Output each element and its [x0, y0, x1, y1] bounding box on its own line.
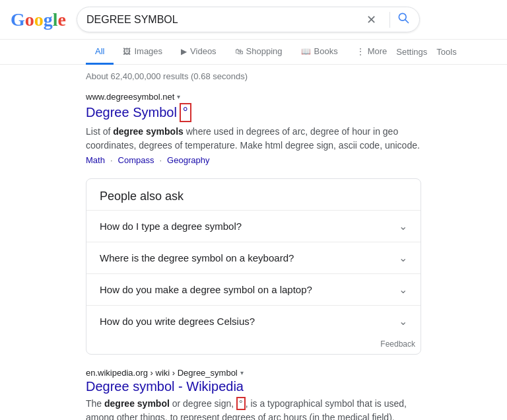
result-breadcrumbs-1: Math · Compass · Geography — [86, 155, 421, 165]
tab-more[interactable]: ⋮ More — [347, 40, 397, 65]
more-icon: ⋮ — [356, 47, 364, 56]
nav-right: Settings Tools — [396, 40, 456, 63]
result-wikipedia: en.wikipedia.org › wiki › Degree_symbol … — [86, 368, 421, 420]
search-box[interactable]: ✕ — [77, 7, 420, 32]
url-dropdown-2[interactable]: ▾ — [240, 369, 244, 376]
paa-item-2[interactable]: Where is the degree symbol on a keyboard… — [86, 242, 421, 273]
url-dropdown-1[interactable]: ▾ — [177, 93, 180, 100]
tab-all[interactable]: All — [86, 40, 114, 65]
search-icon[interactable] — [397, 11, 410, 28]
tab-videos-label: Videos — [190, 46, 217, 56]
url-text-1: www.degreesymbol.net — [86, 92, 174, 102]
clear-icon[interactable]: ✕ — [366, 13, 376, 27]
paa-question-1: How do I type a degree symbol? — [100, 221, 242, 232]
tab-books-label: Books — [314, 46, 338, 56]
google-logo[interactable]: Google — [11, 9, 66, 30]
feedback-row: Feedback — [86, 337, 421, 354]
breadcrumb-math[interactable]: Math — [86, 155, 105, 165]
tab-images-label: Images — [134, 46, 162, 56]
books-icon: 📖 — [301, 47, 311, 56]
tools-link[interactable]: Tools — [436, 47, 456, 57]
result-url-2: en.wikipedia.org › wiki › Degree_symbol … — [86, 368, 421, 378]
tab-shopping-label: Shopping — [246, 46, 283, 56]
breadcrumb-geography[interactable]: Geography — [167, 155, 209, 165]
paa-question-4: How do you write degrees Celsius? — [100, 316, 255, 327]
images-icon: 🖼 — [123, 47, 131, 56]
paa-title: People also ask — [86, 179, 421, 210]
feedback-link[interactable]: Feedback — [380, 339, 415, 349]
result-url-1: www.degreesymbol.net ▾ — [86, 92, 421, 102]
degree-symbol-box-2: ° — [236, 397, 246, 410]
breadcrumb-sep-2: · — [159, 155, 162, 165]
svg-line-1 — [405, 20, 409, 23]
tab-videos[interactable]: ▶ Videos — [172, 40, 226, 65]
result-snippet-1: List of degree symbols where used in deg… — [86, 125, 421, 153]
paa-item-1[interactable]: How do I type a degree symbol? ⌄ — [86, 210, 421, 242]
tab-images[interactable]: 🖼 Images — [114, 40, 172, 65]
result-title-text-1: Degree Symbol — [86, 105, 177, 120]
paa-chevron-4: ⌄ — [399, 315, 407, 328]
result-title-text-2: Degree symbol - Wikipedia — [86, 379, 244, 394]
paa-item-3[interactable]: How do you make a degree symbol on a lap… — [86, 273, 421, 305]
breadcrumb-compass[interactable]: Compass — [118, 155, 154, 165]
tab-books[interactable]: 📖 Books — [292, 40, 347, 65]
breadcrumb-sep-1: · — [110, 155, 113, 165]
people-also-ask-box: People also ask How do I type a degree s… — [86, 178, 421, 355]
paa-chevron-1: ⌄ — [399, 220, 407, 232]
result-snippet-2: The degree symbol or degree sign, °, is … — [86, 397, 421, 420]
shopping-icon: 🛍 — [235, 47, 243, 56]
degree-symbol-box-1: ° — [180, 103, 191, 122]
paa-question-2: Where is the degree symbol on a keyboard… — [100, 252, 294, 263]
tab-shopping[interactable]: 🛍 Shopping — [226, 40, 292, 65]
header: Google ✕ — [0, 0, 507, 40]
result-title-2[interactable]: Degree symbol - Wikipedia — [86, 379, 421, 394]
tab-all-label: All — [95, 46, 104, 56]
tab-more-label: More — [368, 46, 388, 56]
url-text-2: en.wikipedia.org › wiki › Degree_symbol — [86, 368, 238, 378]
result-degreesymbol-net: www.degreesymbol.net ▾ Degree Symbol° Li… — [86, 92, 421, 165]
search-input[interactable] — [86, 14, 366, 26]
paa-chevron-3: ⌄ — [399, 283, 407, 296]
paa-chevron-2: ⌄ — [399, 252, 407, 264]
divider — [389, 12, 390, 28]
results-count: About 62,40,00,000 results (0.68 seconds… — [86, 71, 421, 81]
paa-item-4[interactable]: How do you write degrees Celsius? ⌄ — [86, 305, 421, 337]
nav-tabs: All 🖼 Images ▶ Videos 🛍 Shopping 📖 Books… — [0, 40, 507, 65]
settings-link[interactable]: Settings — [396, 47, 427, 57]
videos-icon: ▶ — [181, 47, 187, 56]
paa-question-3: How do you make a degree symbol on a lap… — [100, 284, 312, 295]
main-content: About 62,40,00,000 results (0.68 seconds… — [0, 65, 507, 420]
result-title-1[interactable]: Degree Symbol° — [86, 103, 421, 122]
